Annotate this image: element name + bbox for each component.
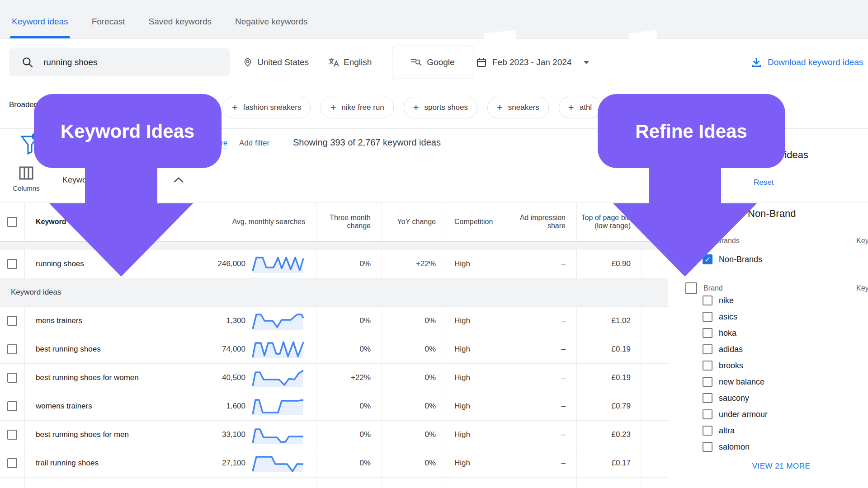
network-value: Google — [427, 57, 454, 67]
brand-item-hoka[interactable]: hoka — [703, 328, 736, 338]
keyword-chip[interactable]: +athl — [559, 97, 601, 118]
column-header-top-of-page-bid[interactable]: Top of page bid (low range) — [577, 202, 642, 241]
table-row[interactable]: running shoes246,0000%+22%High–£0.90 — [0, 250, 668, 278]
avg-searches-value: 246,000 — [218, 259, 245, 268]
table-row[interactable]: trail running shoes27,1000%0%High–£0.17 — [0, 449, 668, 478]
column-header-keyword[interactable]: Keyword — [25, 202, 210, 241]
search-network-icon — [410, 57, 422, 67]
brand-option[interactable]: Brand — [685, 282, 723, 294]
keyword-table: KeywordAvg. monthly searchesThree month … — [0, 202, 668, 488]
tab-forecast[interactable]: Forecast — [90, 17, 127, 38]
brand-item-checkbox[interactable] — [703, 361, 712, 371]
brands-option-label[interactable]: Brands — [717, 237, 740, 245]
row-checkbox-cell — [0, 307, 25, 335]
column-header-yoy-change[interactable]: YoY change — [382, 202, 447, 241]
keyword-chip[interactable]: +nike free run — [321, 97, 393, 118]
brand-item-altra[interactable]: altra — [703, 426, 735, 436]
date-range-value: Feb 2023 - Jan 2024 — [492, 57, 571, 67]
column-header-competition[interactable]: Competition — [447, 202, 512, 241]
broaden-label: Broaden your search — [9, 100, 80, 109]
table-row[interactable]: best running shoes for women40,500+22%0%… — [0, 364, 668, 392]
keyword-chip[interactable]: +sneakers — [487, 97, 549, 118]
tab-keyword-ideas[interactable]: Keyword ideas — [10, 17, 70, 38]
row-checkbox[interactable] — [7, 373, 17, 383]
brand-item-checkbox[interactable] — [703, 312, 712, 322]
row-checkbox[interactable] — [7, 401, 17, 411]
avg-searches-value: 27,100 — [222, 459, 245, 468]
brand-item-checkbox[interactable] — [703, 409, 712, 419]
column-header-ad-impression-share[interactable]: Ad impression share — [512, 202, 577, 241]
caret-down-icon[interactable] — [583, 61, 590, 65]
top-of-page-bid-cell: £1.02 — [577, 307, 642, 335]
filter-funnel-icon[interactable] — [20, 133, 40, 156]
brand-item-label: new balance — [719, 377, 764, 387]
avg-searches-value: 33,100 — [222, 430, 245, 439]
column-header-avg-monthly-searches[interactable]: Avg. monthly searches — [210, 202, 316, 241]
select-all-checkbox[interactable] — [7, 217, 17, 227]
row-checkbox[interactable] — [7, 259, 17, 269]
row-checkbox[interactable] — [7, 344, 17, 354]
row-checkbox-cell — [0, 364, 25, 392]
brand-item-checkbox[interactable] — [703, 296, 712, 305]
avg-searches-cell: 74,000 — [210, 335, 316, 363]
keyword-cell: mens trainers — [25, 307, 210, 335]
brand-item-checkbox[interactable] — [703, 328, 712, 338]
reset-button[interactable]: Reset — [754, 178, 774, 187]
brand-item-salomon[interactable]: salomon — [703, 442, 750, 452]
brand-item-adidas[interactable]: adidas — [703, 344, 743, 354]
network-selector[interactable]: Google — [392, 46, 473, 79]
view-dropdown-label[interactable]: Keyword ideas — [62, 175, 116, 185]
table-row[interactable]: best running shoes for men33,1000%0%High… — [0, 421, 668, 449]
chip-label: sneakers — [508, 103, 539, 112]
brand-item-checkbox[interactable] — [703, 426, 712, 436]
brand-item-label: salomon — [719, 442, 750, 452]
keyword-chip[interactable]: +sports shoes — [404, 97, 477, 118]
search-input[interactable]: running shoes — [9, 48, 230, 76]
table-row[interactable]: best running shoes74,0000%0%High–£0.19 — [0, 335, 668, 364]
brand-checkbox[interactable] — [685, 282, 697, 294]
row-checkbox[interactable] — [7, 316, 17, 326]
active-filter-link[interactable]: re — [221, 139, 227, 149]
brand-item-checkbox[interactable] — [703, 344, 712, 354]
brand-item-checkbox[interactable] — [703, 377, 712, 387]
yoy-change-cell: 0% — [382, 421, 447, 449]
download-keyword-ideas-link[interactable]: Download keyword ideas — [750, 39, 868, 86]
table-row[interactable]: mens trainers1,3000%0%High–£1.02 — [0, 307, 668, 335]
keyword-cell: trail running shoes — [25, 449, 210, 477]
brand-item-under-armour[interactable]: under armour — [703, 409, 768, 419]
keyword-cell: best running shoes for men — [25, 421, 210, 449]
brand-item-checkbox[interactable] — [703, 442, 712, 452]
brand-item-asics[interactable]: asics — [703, 312, 737, 322]
columns-button[interactable]: Columns — [5, 166, 48, 192]
location-pin-icon — [243, 57, 253, 67]
brand-item-new-balance[interactable]: new balance — [703, 377, 764, 387]
brand-item-brooks[interactable]: brooks — [703, 361, 743, 371]
language-selector[interactable]: English — [328, 39, 372, 86]
location-selector[interactable]: United States — [243, 39, 309, 86]
search-trend-sparkline — [252, 453, 305, 473]
add-filter-button[interactable]: Add filter — [239, 139, 269, 148]
table-row[interactable]: womens trainers1,6000%0%High–£0.79 — [0, 392, 668, 421]
view-more-link[interactable]: VIEW 21 MORE — [736, 462, 826, 471]
brand-label: Brand — [703, 284, 723, 292]
ad-impression-share-cell: – — [512, 335, 577, 363]
tab-negative-keywords[interactable]: Negative keywords — [233, 17, 310, 38]
row-checkbox[interactable] — [7, 458, 17, 468]
keyword-chip[interactable]: +fashion sneakers — [222, 97, 311, 118]
avg-searches-value: 74,000 — [222, 345, 245, 354]
brand-item-saucony[interactable]: saucony — [703, 393, 749, 403]
tab-saved-keywords[interactable]: Saved keywords — [147, 17, 213, 38]
brand-item-checkbox[interactable] — [703, 393, 712, 403]
searches-with-sparkline: 27,100 — [222, 453, 305, 473]
top-of-page-bid-cell: £0.79 — [577, 392, 642, 420]
column-header-three-month-change[interactable]: Three month change — [316, 202, 382, 241]
plus-icon: + — [413, 102, 419, 113]
row-checkbox[interactable] — [7, 430, 17, 440]
yoy-change-cell: 0% — [382, 449, 447, 477]
brand-item-nike[interactable]: nike — [703, 296, 734, 305]
competition-cell: High — [447, 335, 512, 363]
top-of-page-bid-cell: £0.90 — [577, 250, 642, 278]
non-brands-option[interactable]: ✓ Non-Brands — [703, 254, 762, 264]
non-brands-checkbox-checked[interactable]: ✓ — [703, 254, 712, 264]
chevron-up-icon[interactable] — [173, 176, 184, 183]
